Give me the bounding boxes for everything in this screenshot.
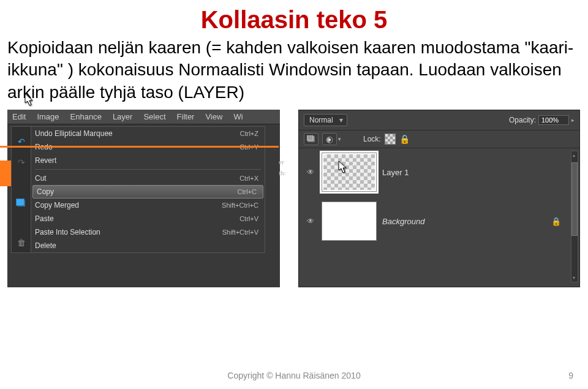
cut-labels: er th: [279, 158, 286, 180]
lock-all-button[interactable]: 🔒 [399, 134, 410, 144]
redo-icon: ↷ [18, 157, 25, 167]
cut-label: er [279, 158, 286, 165]
opacity-caret-icon[interactable]: ▸ [571, 117, 575, 123]
menuitem-copy-merged[interactable]: Copy Merged Shift+Ctrl+C [31, 198, 265, 212]
menuitem-label: Paste [35, 214, 54, 223]
lock-icon: 🔒 [551, 217, 561, 226]
menuitem-shortcut: Shift+Ctrl+V [222, 228, 258, 236]
blend-mode-select[interactable]: Normal [304, 114, 347, 126]
layer-thumbnail[interactable] [322, 202, 376, 240]
layers-panel: Normal Opacity: ▸ ▾ Lock: 🔒 👁 [298, 110, 580, 287]
scrollbar-thumb[interactable] [571, 162, 578, 236]
menu-enhance[interactable]: Enhance [70, 112, 102, 121]
menu-layer[interactable]: Layer [113, 112, 133, 121]
layers-toolbar: ▾ Lock: 🔒 [299, 130, 579, 148]
layer-fx-button[interactable] [322, 133, 337, 145]
undo-icon: ↶ [18, 137, 25, 146]
menu-select[interactable]: Select [143, 112, 165, 121]
page-number: 9 [568, 371, 573, 380]
menuitem-delete[interactable]: Delete [31, 239, 265, 252]
divider-line [0, 146, 279, 148]
menu-divider [35, 169, 261, 170]
layer-name[interactable]: Layer 1 [382, 168, 409, 177]
menu-window-cut[interactable]: Wi [233, 112, 243, 121]
menuitem-shortcut: Ctrl+C [238, 188, 257, 195]
body-text: Kopioidaan neljän kaaren (= kahden valko… [7, 37, 576, 104]
layer-name[interactable]: Background [382, 217, 424, 226]
new-layer-button[interactable] [304, 133, 318, 145]
menuitem-label: Copy Merged [35, 201, 79, 210]
cut-label: th: [279, 169, 286, 176]
menuitem-paste-into[interactable]: Paste Into Selection Shift+Ctrl+V [31, 225, 265, 239]
tab-indicator [0, 161, 11, 186]
menuitem-undo[interactable]: Undo Elliptical Marquee Ctrl+Z [31, 127, 265, 140]
menuitem-label: Delete [35, 241, 56, 250]
copy-icon [18, 200, 25, 206]
layers-list: 👁 Layer 1 👁 Background 🔒 [299, 148, 579, 256]
svg-rect-1 [307, 135, 313, 140]
menu-filter[interactable]: Filter [177, 112, 195, 121]
layer-thumbnail[interactable] [322, 153, 376, 191]
visibility-toggle[interactable]: 👁 [305, 217, 316, 225]
menuitem-label: Paste Into Selection [35, 228, 100, 236]
menubar: Edit Image Enhance Layer Select Filter V… [7, 110, 280, 124]
scrollbar[interactable] [571, 151, 578, 282]
menu-edit[interactable]: Edit [12, 112, 26, 121]
layer-row[interactable]: 👁 Layer 1 [305, 153, 573, 191]
menuitem-shortcut: Ctrl+X [239, 175, 258, 182]
menuitem-shortcut: Shift+Ctrl+C [222, 202, 258, 209]
menuitem-shortcut: Ctrl+V [239, 215, 258, 222]
blend-mode-value: Normal [309, 116, 333, 124]
layers-header: Normal Opacity: ▸ [299, 110, 579, 130]
lock-transparency-button[interactable] [385, 134, 396, 145]
menuitem-label: Copy [37, 187, 54, 196]
menuitem-shortcut: Ctrl+Z [240, 130, 258, 137]
menuitem-revert[interactable]: Revert [31, 154, 265, 167]
menuitem-paste[interactable]: Paste Ctrl+V [31, 212, 265, 225]
menuitem-cut[interactable]: Cut Ctrl+X [31, 172, 265, 185]
opacity-input[interactable] [538, 115, 569, 125]
trash-icon: 🗑 [17, 238, 26, 247]
fx-dropdown-icon[interactable]: ▾ [338, 136, 341, 142]
menuitem-label: Undo Elliptical Marquee [35, 129, 113, 138]
lock-label: Lock: [363, 135, 381, 143]
edit-menu-panel: Edit Image Enhance Layer Select Filter V… [7, 110, 280, 287]
menu-image[interactable]: Image [37, 112, 59, 121]
menuitem-label: Cut [35, 174, 47, 183]
visibility-toggle[interactable]: 👁 [305, 168, 316, 176]
menuitem-label: Revert [35, 156, 56, 165]
layer-row[interactable]: 👁 Background 🔒 [305, 202, 573, 240]
opacity-label: Opacity: [509, 116, 536, 124]
menu-view[interactable]: View [205, 112, 222, 121]
page-title: Kollaasin teko 5 [0, 6, 588, 34]
footer-copyright: Copyright © Hannu Räisänen 2010 [0, 371, 588, 380]
menuitem-copy[interactable]: Copy Ctrl+C [32, 185, 263, 198]
